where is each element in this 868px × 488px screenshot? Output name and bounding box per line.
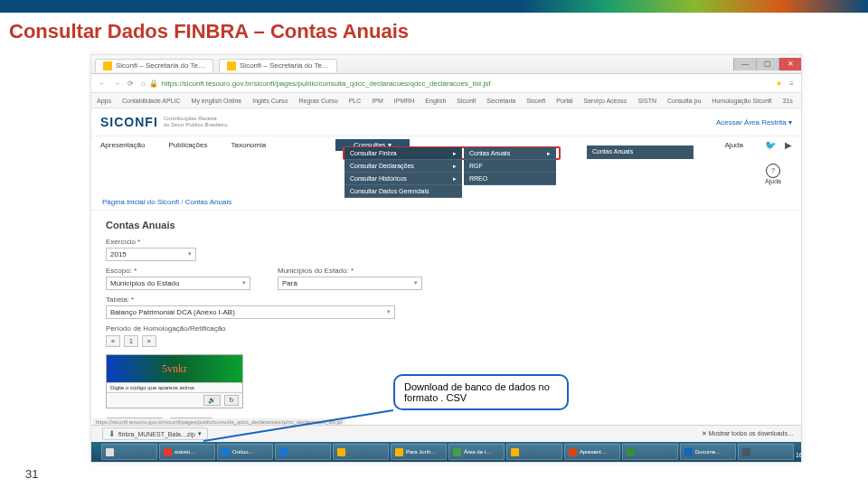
- favicon-icon: [103, 61, 112, 70]
- dropdown-consultar-declaracoes[interactable]: Consultar Declarações▸: [344, 160, 462, 173]
- taskbar-item[interactable]: statisti…: [159, 444, 215, 460]
- menu-publicacoes[interactable]: Publicações: [168, 141, 207, 149]
- taskbar-item[interactable]: [275, 444, 331, 460]
- close-button[interactable]: ✕: [778, 58, 801, 70]
- captcha-refresh-button[interactable]: ↻: [224, 395, 239, 406]
- dropdown-consultar-historicos[interactable]: Consultar Históricos▸: [344, 173, 462, 185]
- captcha-image: 5vnkr: [107, 355, 242, 382]
- bookmark[interactable]: Siconfi: [526, 98, 545, 104]
- bookmark[interactable]: SISTN: [637, 98, 656, 104]
- taskbar-item[interactable]: Apresent…: [564, 444, 620, 460]
- bookmark[interactable]: IPMRH: [394, 98, 415, 104]
- taskbar-item[interactable]: [333, 444, 389, 460]
- twitter-icon[interactable]: 🐦: [765, 140, 776, 150]
- bookmark[interactable]: 31s: [783, 98, 793, 104]
- pager: « 1 »: [106, 335, 787, 347]
- taskbar-app-icon: [164, 448, 172, 456]
- minimize-button[interactable]: —: [733, 58, 756, 70]
- download-bar: ⬇finbra_MUNEST_Bala…zip ▾ ✕ Mostrar todo…: [91, 425, 801, 442]
- field-periodo: Período de Homologação/Retificação « 1 »: [106, 324, 787, 347]
- taskbar-item[interactable]: [506, 444, 562, 460]
- menu-taxonomia[interactable]: Taxonomia: [231, 141, 267, 149]
- bookmark-star-icon[interactable]: ★: [772, 80, 786, 88]
- bookmark[interactable]: PLC: [349, 98, 362, 104]
- taskbar-app-icon: [337, 448, 345, 456]
- submenu-rreo[interactable]: RREO: [464, 173, 556, 185]
- bookmark[interactable]: Apps: [97, 98, 111, 104]
- submenu-rgf[interactable]: RGF: [464, 160, 556, 173]
- lock-icon: 🔒: [149, 80, 158, 88]
- bookmark[interactable]: Secretaria: [486, 98, 515, 104]
- home-button[interactable]: ⌂: [137, 80, 149, 88]
- pager-prev[interactable]: «: [106, 335, 120, 347]
- taskbar-item[interactable]: Área de t…: [448, 444, 505, 460]
- tab-label: Siconfi – Secretaria do Te…: [116, 61, 205, 70]
- favicon-icon: [227, 61, 236, 70]
- browser-tab[interactable]: Siconfi – Secretaria do Te…: [219, 59, 337, 72]
- bookmark[interactable]: My english Online: [192, 98, 242, 104]
- bookmark[interactable]: Portal: [556, 98, 572, 104]
- field-exercicio: Exercício * 2015: [106, 238, 787, 261]
- restricted-area-link[interactable]: Acessar Área Restrita ▾: [716, 118, 792, 127]
- consultas-dropdown: Consultar Finbra▸ Consultar Declarações▸…: [344, 147, 462, 198]
- pager-page-1[interactable]: 1: [124, 335, 138, 347]
- taskbar-app-icon: [742, 448, 750, 456]
- bookmark[interactable]: Siconfi: [457, 98, 476, 104]
- help-widget[interactable]: ?Ajuda: [765, 164, 781, 184]
- bookmark[interactable]: Consulta pu: [667, 98, 701, 104]
- captcha-controls: 🔊 ↻: [107, 392, 242, 408]
- taskbar-item[interactable]: Para Junh…: [391, 444, 447, 460]
- taskbar-clock[interactable]: 10:3616/08/2016: [796, 445, 801, 459]
- taskbar-item[interactable]: Outloo…: [217, 444, 273, 460]
- menu-ajuda[interactable]: Ajuda: [725, 141, 743, 149]
- select-municipios[interactable]: Pará: [278, 277, 422, 290]
- taskbar-app-icon: [453, 448, 461, 456]
- menu-apresentacao[interactable]: Apresentação: [100, 141, 145, 149]
- bookmark[interactable]: Serviço Acesso: [584, 98, 627, 104]
- dropdown-consultar-dados-gerenciais[interactable]: Consultar Dados Gerenciais: [344, 185, 462, 198]
- taskbar-app-label: Apresent…: [580, 449, 607, 455]
- label-exercicio: Exercício *: [106, 238, 787, 246]
- bookmark[interactable]: IPM: [372, 98, 382, 104]
- browser-tab[interactable]: Siconfi – Secretaria do Te…: [95, 59, 213, 72]
- taskbar-item[interactable]: [738, 444, 794, 460]
- download-chip[interactable]: ⬇finbra_MUNEST_Bala…zip ▾: [102, 427, 208, 440]
- pager-next[interactable]: »: [142, 335, 156, 347]
- breadcrumb-home[interactable]: Página Inicial do Siconfi: [102, 198, 179, 206]
- menu-icon[interactable]: ≡: [786, 80, 797, 88]
- bookmark[interactable]: English: [425, 98, 446, 104]
- taskbar-app-icon: [511, 448, 519, 456]
- forward-button[interactable]: →: [109, 80, 124, 88]
- taskbar-item[interactable]: Docume…: [680, 444, 736, 460]
- maximize-button[interactable]: ▢: [756, 58, 778, 70]
- bookmark[interactable]: Regras Curso: [299, 98, 338, 104]
- field-tabela: Tabela: * Balanço Patrimonial DCA (Anexo…: [106, 296, 787, 319]
- label-municipios: Municípios do Estado: *: [278, 267, 422, 275]
- tab-label: Siconfi – Secretaria do Te…: [240, 61, 329, 70]
- taskbar-app-label: Área de t…: [464, 449, 491, 455]
- bookmark[interactable]: Inglês Curso: [252, 98, 288, 104]
- site-header: SICONFI Contribuições Receitado Setor Pú…: [91, 108, 801, 136]
- select-tabela[interactable]: Balanço Patrimonial DCA (Anexo I-AB): [106, 305, 395, 319]
- form-title: Contas Anuais: [106, 220, 787, 230]
- help-icon: ?: [766, 164, 780, 178]
- captcha-audio-button[interactable]: 🔊: [203, 395, 221, 406]
- select-exercicio[interactable]: 2015: [106, 248, 196, 261]
- submenu-leaf-contas-anuais[interactable]: Contas Anuais: [587, 145, 693, 159]
- captcha-box: 5vnkr Digite o código que aparece acima:…: [106, 354, 243, 408]
- bookmark[interactable]: Contabilidade APLIC: [122, 98, 181, 104]
- url-text[interactable]: https://siconfi.tesouro.gov.br/siconfi/p…: [158, 80, 772, 88]
- taskbar-app-icon: [569, 448, 577, 456]
- start-button[interactable]: [95, 445, 96, 459]
- youtube-icon[interactable]: ▶: [785, 140, 792, 150]
- taskbar-item[interactable]: [622, 444, 678, 460]
- taskbar-item[interactable]: [101, 444, 157, 460]
- submenu-contas-anuais[interactable]: Contas Anuais▸: [464, 147, 556, 160]
- back-button[interactable]: ←: [95, 80, 109, 88]
- dropdown-consultar-finbra[interactable]: Consultar Finbra▸: [344, 147, 462, 160]
- bookmark[interactable]: Homologação Siconfi: [712, 98, 771, 104]
- select-escopo[interactable]: Municípios do Estado: [106, 277, 250, 290]
- show-all-downloads[interactable]: ✕ Mostrar todos os downloads…: [702, 430, 795, 437]
- reload-button[interactable]: ⟳: [124, 80, 137, 88]
- site-logo: SICONFI: [100, 115, 158, 129]
